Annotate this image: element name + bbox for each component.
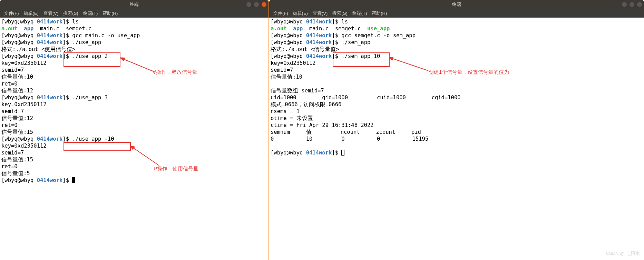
terminal-output: [wbyq@wbyq 0414work]$ ls a.out app main.… — [1, 18, 267, 184]
menu-terminal[interactable]: 终端(T) — [350, 10, 369, 17]
window-controls — [622, 2, 642, 7]
maximize-icon[interactable] — [630, 2, 634, 7]
watermark: CSDN @IT_阿水 — [606, 250, 640, 257]
window-controls — [246, 2, 266, 7]
maximize-icon[interactable] — [254, 2, 259, 7]
terminal-body[interactable]: [wbyq@wbyq 0414work]$ ls a.out app main.… — [269, 18, 644, 260]
menu-help[interactable]: 帮助(H) — [370, 10, 389, 17]
menu-edit[interactable]: 编辑(E) — [291, 10, 310, 17]
menu-file[interactable]: 文件(F) — [271, 10, 290, 17]
menubar: 文件(F) 编辑(E) 查看(V) 搜索(S) 终端(T) 帮助(H) — [0, 9, 269, 18]
titlebar[interactable]: 终端 — [0, 0, 269, 9]
cursor-icon — [341, 150, 344, 156]
terminal-body[interactable]: [wbyq@wbyq 0414work]$ ls a.out app main.… — [0, 18, 269, 260]
menu-edit[interactable]: 编辑(E) — [22, 10, 41, 17]
menu-search[interactable]: 搜索(S) — [61, 10, 80, 17]
menu-view[interactable]: 查看(V) — [311, 10, 330, 17]
terminal-window-right: 终端 文件(F) 编辑(E) 查看(V) 搜索(S) 终端(T) 帮助(H) [… — [269, 0, 644, 260]
window-title: 终端 — [130, 1, 139, 8]
menubar: 文件(F) 编辑(E) 查看(V) 搜索(S) 终端(T) 帮助(H) — [269, 9, 644, 18]
titlebar[interactable]: 终端 — [269, 0, 644, 9]
menu-help[interactable]: 帮助(H) — [100, 10, 120, 17]
terminal-output: [wbyq@wbyq 0414work]$ ls a.out app main.… — [271, 18, 643, 156]
menu-view[interactable]: 查看(V) — [41, 10, 60, 17]
menu-search[interactable]: 搜索(S) — [330, 10, 349, 17]
window-title: 终端 — [452, 1, 461, 8]
menu-terminal[interactable]: 终端(T) — [81, 10, 100, 17]
close-icon[interactable] — [637, 2, 642, 7]
terminal-window-left: 终端 文件(F) 编辑(E) 查看(V) 搜索(S) 终端(T) 帮助(H) [… — [0, 0, 269, 260]
close-icon[interactable] — [262, 2, 266, 7]
minimize-icon[interactable] — [622, 2, 627, 7]
cursor-icon — [72, 177, 75, 183]
menu-file[interactable]: 文件(F) — [2, 10, 21, 17]
minimize-icon[interactable] — [246, 2, 251, 7]
